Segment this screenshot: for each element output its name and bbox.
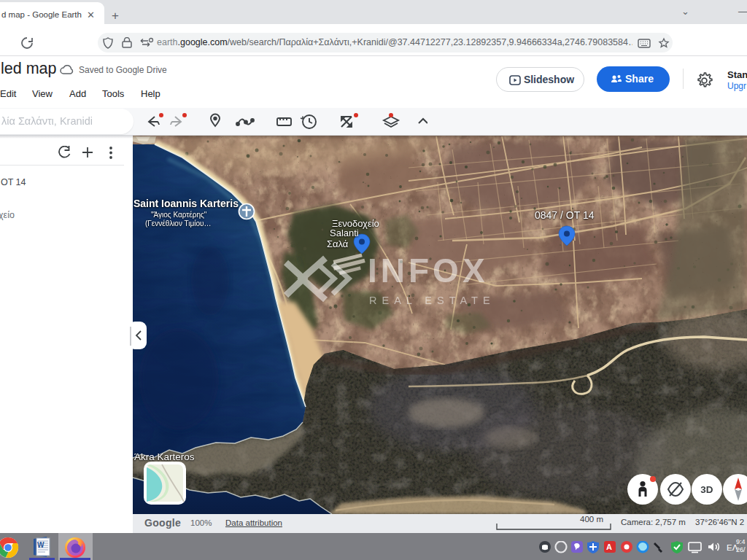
svg-text:W: W <box>37 541 44 549</box>
svg-text:REAL ESTATE: REAL ESTATE <box>369 295 495 306</box>
svg-text:3D: 3D <box>700 484 713 495</box>
svg-text:A: A <box>606 542 612 551</box>
svg-text:INFOX: INFOX <box>368 252 489 289</box>
